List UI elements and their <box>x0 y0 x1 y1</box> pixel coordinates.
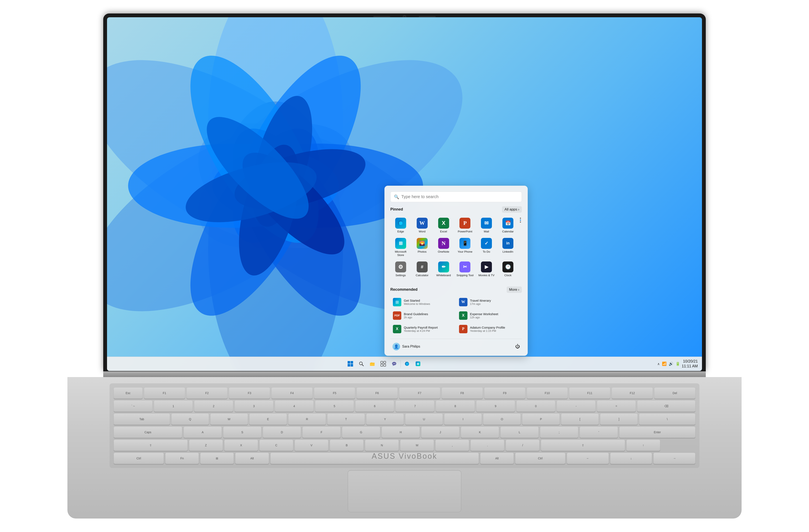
key-x[interactable]: X <box>224 440 258 451</box>
key-f3[interactable]: F3 <box>229 388 270 398</box>
key-h[interactable]: H <box>382 427 420 438</box>
app-calendar[interactable]: 📅 Calendar <box>498 216 518 235</box>
key-quote[interactable]: ' <box>580 427 618 438</box>
key-5[interactable]: 5 <box>315 401 354 412</box>
key-rbracket[interactable]: ] <box>600 414 637 425</box>
app-clock[interactable]: 🕐 Clock <box>498 259 518 279</box>
key-del[interactable]: Del <box>654 388 695 398</box>
taskbar-edge-button[interactable] <box>401 358 413 369</box>
key-q[interactable]: Q <box>172 414 209 425</box>
key-backtick[interactable]: ` ~ <box>114 401 152 412</box>
key-f7[interactable]: F7 <box>399 388 440 398</box>
key-f2[interactable]: F2 <box>187 388 227 398</box>
key-i[interactable]: I <box>444 414 482 425</box>
key-f1[interactable]: F1 <box>144 388 185 398</box>
more-button[interactable]: More › <box>506 286 522 293</box>
rec-expense[interactable]: X Expense Worksheet 12h ago <box>457 309 522 322</box>
app-onenote[interactable]: N OneNote <box>433 236 454 259</box>
chevron-up-icon[interactable]: ∧ <box>657 362 660 366</box>
app-movies[interactable]: ▶ Movies & TV <box>476 259 497 279</box>
key-arrow-right[interactable]: → <box>654 453 695 464</box>
key-f[interactable]: F <box>303 427 341 438</box>
key-m[interactable]: M <box>400 440 434 451</box>
app-word[interactable]: W Word <box>412 216 432 235</box>
key-b[interactable]: B <box>330 440 363 451</box>
search-bar[interactable]: 🔍 <box>390 192 522 202</box>
key-f5[interactable]: F5 <box>314 388 355 398</box>
rec-payroll[interactable]: X Quarterly Payroll Report Yesterday at … <box>390 323 456 335</box>
key-shift-left[interactable]: ⇧ <box>114 440 188 451</box>
user-area[interactable]: 👤 Sara Philips <box>390 341 422 352</box>
app-calculator[interactable]: # Calculator <box>412 259 432 279</box>
key-f12[interactable]: F12 <box>612 388 653 398</box>
key-f9[interactable]: F9 <box>484 388 525 398</box>
key-7[interactable]: 7 <box>396 401 434 412</box>
key-esc[interactable]: Esc <box>114 388 142 398</box>
key-y[interactable]: Y <box>366 414 404 425</box>
app-photos[interactable]: 🌄 Photos <box>412 236 432 259</box>
key-equals[interactable]: = <box>597 401 636 412</box>
key-t[interactable]: T <box>327 414 365 425</box>
key-z[interactable]: Z <box>189 440 223 451</box>
key-backspace[interactable]: ⌫ <box>637 401 695 412</box>
key-3[interactable]: 3 <box>235 401 273 412</box>
rec-travel[interactable]: W Travel Itinerary 17m ago <box>457 296 522 308</box>
key-g[interactable]: G <box>342 427 380 438</box>
taskbar-store-button[interactable]: ⊞ <box>413 358 424 369</box>
key-arrow-down[interactable]: ↓ <box>610 453 652 464</box>
app-whiteboard[interactable]: ✏ Whiteboard <box>433 259 454 279</box>
key-r[interactable]: R <box>288 414 326 425</box>
key-backslash[interactable]: \ <box>639 414 695 425</box>
key-2[interactable]: 2 <box>194 401 233 412</box>
key-f8[interactable]: F8 <box>442 388 483 398</box>
key-j[interactable]: J <box>421 427 459 438</box>
key-a[interactable]: A <box>184 427 222 438</box>
app-linkedin[interactable]: in LinkedIn <box>498 236 518 259</box>
key-period[interactable]: . <box>471 440 504 451</box>
key-f11[interactable]: F11 <box>569 388 610 398</box>
key-f6[interactable]: F6 <box>357 388 398 398</box>
app-todo[interactable]: ✓ To Do <box>476 236 497 259</box>
key-k[interactable]: K <box>461 427 499 438</box>
taskbar-files-button[interactable] <box>367 358 378 369</box>
taskbar-taskview-button[interactable] <box>378 358 389 369</box>
taskbar-search-button[interactable] <box>356 358 367 369</box>
key-semicolon[interactable]: ; <box>540 427 578 438</box>
key-o[interactable]: O <box>483 414 521 425</box>
key-f4[interactable]: F4 <box>272 388 312 398</box>
key-s[interactable]: S <box>223 427 261 438</box>
search-input[interactable] <box>401 194 518 199</box>
rec-adatum[interactable]: P Adatum Company Profile Yesterday at 1:… <box>457 323 522 335</box>
key-4[interactable]: 4 <box>275 401 313 412</box>
key-shift-right[interactable]: ⇧ <box>541 440 625 451</box>
key-c[interactable]: C <box>260 440 293 451</box>
key-n[interactable]: N <box>365 440 399 451</box>
app-excel[interactable]: X Excel <box>433 216 454 235</box>
key-lbracket[interactable]: [ <box>561 414 599 425</box>
key-0[interactable]: 0 <box>517 401 555 412</box>
key-alt-left[interactable]: Alt <box>235 453 269 464</box>
windows-start-button[interactable] <box>345 358 356 369</box>
key-win[interactable]: ⊞ <box>200 453 234 464</box>
key-f10[interactable]: F10 <box>527 388 568 398</box>
rec-brand[interactable]: PDF Brand Guidelines 2h ago <box>390 309 456 322</box>
taskbar-clock[interactable]: 10/20/21 11:11 AM <box>682 359 698 369</box>
key-9[interactable]: 9 <box>476 401 515 412</box>
app-snipping[interactable]: ✂ Snipping Tool <box>455 259 475 279</box>
key-w[interactable]: W <box>210 414 248 425</box>
key-p[interactable]: P <box>522 414 560 425</box>
key-comma[interactable]: , <box>435 440 469 451</box>
key-l[interactable]: L <box>501 427 538 438</box>
key-6[interactable]: 6 <box>356 401 394 412</box>
key-arrow-up[interactable]: ↑ <box>626 440 660 451</box>
key-fn[interactable]: Fn <box>166 453 199 464</box>
key-e[interactable]: E <box>249 414 287 425</box>
rec-get-started[interactable]: ⊞ Get Started Welcome to Windows <box>390 296 456 308</box>
app-powerpoint[interactable]: P PowerPoint <box>455 216 475 235</box>
all-apps-button[interactable]: All apps › <box>502 206 522 213</box>
key-caps[interactable]: Caps <box>114 427 182 438</box>
key-ctrl-right[interactable]: Ctrl <box>515 453 565 464</box>
key-u[interactable]: U <box>405 414 443 425</box>
app-settings[interactable]: ⚙ Settings <box>390 259 411 279</box>
key-d[interactable]: D <box>263 427 301 438</box>
